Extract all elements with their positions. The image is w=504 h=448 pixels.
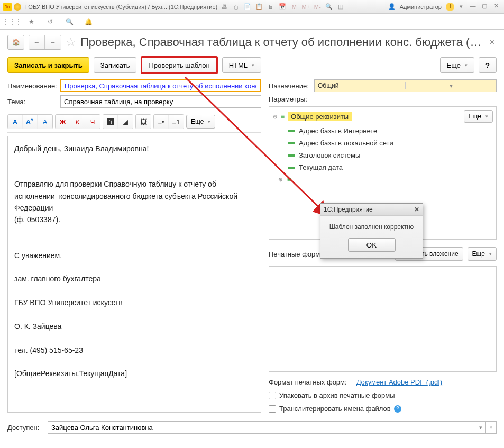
check-template-button[interactable]: Проверить шаблон — [141, 56, 217, 74]
window-titlebar: 1c ГОБУ ВПО Университет искусств (Субсид… — [0, 0, 504, 14]
message-dialog: 1С:Предприятие ✕ Шаблон заполнен коррект… — [320, 203, 423, 259]
format-more-button[interactable]: Еще — [186, 115, 215, 129]
font-size-button[interactable]: A˅ — [23, 115, 38, 129]
copy-icon[interactable]: 📋 — [254, 2, 264, 12]
command-bar: Записать и закрыть Записать Проверить ша… — [0, 53, 504, 79]
tree-expand-icon[interactable]: ⊕ — [278, 177, 283, 182]
save-button[interactable]: Записать — [94, 57, 137, 73]
panel-icon[interactable]: ◫ — [336, 2, 345, 12]
item-icon — [288, 154, 295, 157]
tree-item[interactable]: Адрес базы в Интернете — [288, 125, 493, 137]
dialog-close-button[interactable]: ✕ — [414, 206, 419, 213]
transliterate-checkbox[interactable] — [269, 405, 276, 413]
calc-icon[interactable]: 🖩 — [266, 2, 276, 12]
message-body-editor[interactable]: Добрый день, Зинаида Владимировна! Отпра… — [7, 136, 261, 413]
print-format-link[interactable]: Документ Adobe PDF (.pdf) — [356, 378, 442, 386]
page-close-button[interactable]: × — [488, 38, 497, 47]
pack-archive-checkbox[interactable] — [269, 392, 276, 399]
purpose-select[interactable]: Общий ▾ — [314, 79, 497, 92]
group-icon: ≡ — [287, 176, 291, 184]
history-icon[interactable]: ↺ — [45, 17, 55, 26]
nav-fwd-button[interactable]: → — [45, 35, 61, 49]
star-icon[interactable]: ☆ — [66, 35, 76, 49]
purpose-value: Общий — [315, 82, 405, 89]
available-clear-button[interactable]: × — [486, 421, 497, 434]
pack-archive-label: Упаковать в архив печатные формы — [279, 391, 395, 399]
purpose-dropdown-icon[interactable]: ▾ — [405, 82, 496, 89]
main-toolbar: ⋮⋮⋮ ★ ↺ 🔍 🔔 — [0, 14, 504, 30]
calendar-icon[interactable]: 📅 — [278, 2, 287, 12]
maximize-button[interactable]: ▢ — [480, 3, 489, 11]
bullet-list-button[interactable]: ≡• — [154, 115, 169, 129]
more-button[interactable]: Еще — [440, 57, 474, 73]
minimize-button[interactable]: — — [468, 3, 478, 11]
available-open-button[interactable]: ▾ — [475, 421, 486, 434]
m-minus-icon[interactable]: M- — [313, 2, 322, 12]
dialog-ok-button[interactable]: OK — [348, 238, 396, 252]
window-title: ГОБУ ВПО Университет искусств (Субсидия)… — [25, 4, 217, 10]
page-title: Проверка, Справочная таблица к отчету об… — [80, 35, 483, 49]
item-icon — [288, 167, 295, 169]
app-menu-dropdown-icon[interactable] — [14, 3, 21, 11]
doc-icon[interactable]: 📄 — [243, 2, 252, 12]
available-input[interactable] — [48, 421, 475, 434]
zoom-icon[interactable]: 🔍 — [324, 2, 334, 12]
subject-label: Тема: — [7, 98, 57, 106]
dialog-title: 1С:Предприятие — [324, 206, 373, 213]
print-icon[interactable]: ⎙ — [231, 2, 241, 12]
save-and-close-button[interactable]: Записать и закрыть — [7, 57, 89, 73]
purpose-label: Назначение: — [269, 82, 311, 90]
tree-collapse-icon[interactable]: ⊖ — [272, 114, 278, 120]
name-label: Наименование: — [7, 82, 57, 90]
group-icon: ≡ — [281, 113, 285, 120]
bold-button[interactable]: Ж — [56, 115, 70, 129]
tree-root[interactable]: Общие реквизиты — [288, 112, 352, 121]
format-toolbar: A A˅ A Ж К Ч 🅰 ◢ 🖼 ≡• ≡1 Еще — [7, 114, 261, 133]
insert-image-button[interactable]: 🖼 — [136, 115, 151, 129]
text-color2-button[interactable]: 🅰 — [103, 115, 118, 129]
print-format-label: Формат печатных форм: — [269, 378, 347, 386]
name-input[interactable] — [60, 79, 261, 92]
item-icon — [288, 142, 295, 144]
m-icon[interactable]: M — [289, 2, 299, 12]
item-icon — [288, 130, 295, 132]
tree-item[interactable]: Текущая дата — [288, 161, 493, 173]
favorite-icon[interactable]: ★ — [26, 17, 36, 26]
close-window-button[interactable]: ✕ — [491, 3, 501, 11]
tree-item[interactable]: Заголовок системы — [288, 149, 493, 161]
search-icon[interactable]: 🔍 — [65, 17, 74, 26]
bg-color-button[interactable]: ◢ — [118, 115, 133, 129]
help-button[interactable]: ? — [479, 57, 497, 73]
attachments-list[interactable] — [269, 266, 497, 372]
transliterate-help-icon[interactable]: ? — [394, 405, 401, 413]
bell-icon[interactable]: 🔔 — [84, 17, 93, 26]
nav-back-button[interactable]: ← — [29, 35, 45, 49]
italic-button[interactable]: К — [70, 115, 85, 129]
info-dropdown-icon[interactable]: ▾ — [456, 2, 466, 12]
number-list-button[interactable]: ≡1 — [169, 115, 184, 129]
available-label: Доступен: — [7, 424, 44, 432]
font-color-button[interactable]: A — [8, 115, 23, 129]
m-plus-icon[interactable]: M+ — [301, 2, 310, 12]
tree-item[interactable]: Адрес базы в локальной сети — [288, 137, 493, 149]
print-preview-icon[interactable]: 🖶 — [219, 2, 229, 12]
user-icon: 👤 — [388, 3, 396, 10]
apps-icon[interactable]: ⋮⋮⋮ — [7, 17, 17, 26]
app-logo-icon: 1c — [3, 3, 12, 11]
underline-button[interactable]: Ч — [85, 115, 100, 129]
html-button[interactable]: HTML — [222, 57, 261, 73]
nav-group: ← → — [29, 35, 61, 50]
home-button[interactable]: 🏠 — [7, 35, 24, 50]
page-header: 🏠 ← → ☆ Проверка, Справочная таблица к о… — [0, 30, 504, 53]
params-more-button[interactable]: Еще — [464, 110, 493, 123]
subject-input[interactable] — [60, 95, 261, 108]
font-highlight-button[interactable]: A — [38, 115, 52, 129]
info-icon[interactable]: i — [446, 3, 454, 11]
dialog-message: Шаблон заполнен корректно — [320, 216, 423, 238]
transliterate-label: Транслитерировать имена файлов — [279, 405, 391, 413]
user-name[interactable]: Администратор — [400, 4, 442, 10]
tree-expand-item[interactable]: ⊕≡ — [278, 173, 493, 186]
params-label: Параметры: — [269, 95, 307, 103]
attachments-more-button[interactable]: Еще — [468, 247, 497, 261]
